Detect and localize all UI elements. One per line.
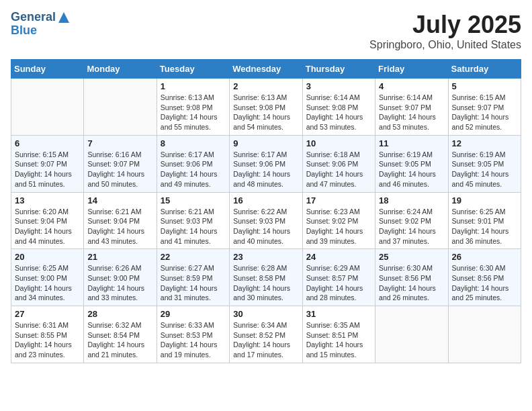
day-number: 7 [87,138,152,148]
calendar-cell: 3Sunrise: 6:14 AMSunset: 9:08 PMDaylight… [302,79,375,136]
day-number: 28 [87,309,152,319]
day-info: Sunrise: 6:25 AMSunset: 9:01 PMDaylight:… [452,207,517,246]
day-info: Sunrise: 6:29 AMSunset: 8:57 PMDaylight:… [306,263,371,303]
day-info: Sunrise: 6:22 AMSunset: 9:03 PMDaylight:… [233,207,298,246]
weekday-header-thursday: Thursday [302,60,375,79]
calendar-cell: 4Sunrise: 6:14 AMSunset: 9:07 PMDaylight… [375,79,448,136]
day-number: 21 [87,252,152,262]
calendar-cell [375,306,448,363]
day-number: 3 [306,81,371,91]
calendar-cell: 22Sunrise: 6:27 AMSunset: 8:59 PMDayligh… [157,249,229,306]
day-info: Sunrise: 6:19 AMSunset: 9:05 PMDaylight:… [452,150,517,189]
day-info: Sunrise: 6:18 AMSunset: 9:06 PMDaylight:… [306,150,371,189]
day-info: Sunrise: 6:30 AMSunset: 8:56 PMDaylight:… [379,263,444,303]
day-info: Sunrise: 6:15 AMSunset: 9:07 PMDaylight:… [452,93,517,132]
day-number: 11 [379,138,444,148]
day-number: 9 [233,138,298,148]
day-number: 18 [379,195,444,205]
calendar-cell: 10Sunrise: 6:18 AMSunset: 9:06 PMDayligh… [302,135,375,192]
day-number: 1 [161,81,226,91]
calendar-cell: 8Sunrise: 6:17 AMSunset: 9:06 PMDaylight… [157,135,229,192]
day-info: Sunrise: 6:15 AMSunset: 9:07 PMDaylight:… [15,150,80,189]
day-info: Sunrise: 6:13 AMSunset: 9:08 PMDaylight:… [233,93,298,132]
day-number: 13 [15,195,80,205]
calendar-cell: 7Sunrise: 6:16 AMSunset: 9:07 PMDaylight… [84,135,157,192]
calendar-cell: 9Sunrise: 6:17 AMSunset: 9:06 PMDaylight… [230,135,302,192]
calendar-cell: 13Sunrise: 6:20 AMSunset: 9:04 PMDayligh… [11,192,84,249]
day-info: Sunrise: 6:14 AMSunset: 9:07 PMDaylight:… [379,93,444,132]
calendar-cell: 20Sunrise: 6:25 AMSunset: 9:00 PMDayligh… [11,249,84,306]
day-info: Sunrise: 6:16 AMSunset: 9:07 PMDaylight:… [87,150,152,189]
day-info: Sunrise: 6:30 AMSunset: 8:56 PMDaylight:… [452,263,517,303]
day-number: 22 [161,252,226,262]
day-number: 25 [379,252,444,262]
calendar-cell [11,79,84,136]
calendar-week-row: 6Sunrise: 6:15 AMSunset: 9:07 PMDaylight… [11,135,521,192]
day-number: 12 [452,138,517,148]
day-number: 29 [161,309,226,319]
weekday-header-wednesday: Wednesday [230,60,302,79]
calendar-week-row: 27Sunrise: 6:31 AMSunset: 8:55 PMDayligh… [11,306,521,363]
calendar-cell: 31Sunrise: 6:35 AMSunset: 8:51 PMDayligh… [302,306,375,363]
day-info: Sunrise: 6:26 AMSunset: 9:00 PMDaylight:… [87,263,152,303]
logo-text-blue: Blue [11,24,37,38]
day-info: Sunrise: 6:35 AMSunset: 8:51 PMDaylight:… [306,320,371,360]
weekday-header-tuesday: Tuesday [157,60,229,79]
calendar-cell: 29Sunrise: 6:33 AMSunset: 8:53 PMDayligh… [157,306,229,363]
calendar-cell [448,306,521,363]
page-header: General Blue July 2025 Springboro, Ohio,… [11,11,521,51]
logo: General Blue [11,11,69,38]
weekday-header-monday: Monday [84,60,157,79]
day-info: Sunrise: 6:31 AMSunset: 8:55 PMDaylight:… [15,320,80,360]
day-number: 5 [452,81,517,91]
calendar-cell: 11Sunrise: 6:19 AMSunset: 9:05 PMDayligh… [375,135,448,192]
day-info: Sunrise: 6:21 AMSunset: 9:03 PMDaylight:… [161,207,226,246]
weekday-header-row: SundayMondayTuesdayWednesdayThursdayFrid… [11,60,521,79]
weekday-header-saturday: Saturday [448,60,521,79]
calendar-cell: 24Sunrise: 6:29 AMSunset: 8:57 PMDayligh… [302,249,375,306]
day-number: 14 [87,195,152,205]
calendar-week-row: 13Sunrise: 6:20 AMSunset: 9:04 PMDayligh… [11,192,521,249]
day-info: Sunrise: 6:33 AMSunset: 8:53 PMDaylight:… [161,320,226,360]
day-number: 15 [161,195,226,205]
day-number: 2 [233,81,298,91]
weekday-header-friday: Friday [375,60,448,79]
day-number: 17 [306,195,371,205]
weekday-header-sunday: Sunday [11,60,84,79]
day-number: 4 [379,81,444,91]
calendar-cell: 19Sunrise: 6:25 AMSunset: 9:01 PMDayligh… [448,192,521,249]
calendar-cell: 5Sunrise: 6:15 AMSunset: 9:07 PMDaylight… [448,79,521,136]
calendar-cell: 25Sunrise: 6:30 AMSunset: 8:56 PMDayligh… [375,249,448,306]
day-number: 6 [15,138,80,148]
day-info: Sunrise: 6:14 AMSunset: 9:08 PMDaylight:… [306,93,371,132]
logo-text-general: General [11,11,56,24]
day-info: Sunrise: 6:28 AMSunset: 8:58 PMDaylight:… [233,263,298,303]
logo-triangle-icon [58,12,69,23]
calendar-cell [84,79,157,136]
calendar-cell: 18Sunrise: 6:24 AMSunset: 9:02 PMDayligh… [375,192,448,249]
day-number: 10 [306,138,371,148]
calendar-body: 1Sunrise: 6:13 AMSunset: 9:08 PMDaylight… [11,79,521,363]
day-info: Sunrise: 6:21 AMSunset: 9:04 PMDaylight:… [87,207,152,246]
calendar-cell: 26Sunrise: 6:30 AMSunset: 8:56 PMDayligh… [448,249,521,306]
day-info: Sunrise: 6:17 AMSunset: 9:06 PMDaylight:… [233,150,298,189]
day-number: 31 [306,309,371,319]
day-number: 27 [15,309,80,319]
day-info: Sunrise: 6:17 AMSunset: 9:06 PMDaylight:… [161,150,226,189]
calendar-cell: 28Sunrise: 6:32 AMSunset: 8:54 PMDayligh… [84,306,157,363]
calendar-cell: 15Sunrise: 6:21 AMSunset: 9:03 PMDayligh… [157,192,229,249]
day-number: 24 [306,252,371,262]
title-block: July 2025 Springboro, Ohio, United State… [369,11,521,51]
day-number: 8 [161,138,226,148]
calendar-cell: 21Sunrise: 6:26 AMSunset: 9:00 PMDayligh… [84,249,157,306]
day-info: Sunrise: 6:32 AMSunset: 8:54 PMDaylight:… [87,320,152,360]
day-info: Sunrise: 6:20 AMSunset: 9:04 PMDaylight:… [15,207,80,246]
calendar-table: SundayMondayTuesdayWednesdayThursdayFrid… [11,59,521,363]
calendar-cell: 6Sunrise: 6:15 AMSunset: 9:07 PMDaylight… [11,135,84,192]
day-info: Sunrise: 6:19 AMSunset: 9:05 PMDaylight:… [379,150,444,189]
calendar-cell: 27Sunrise: 6:31 AMSunset: 8:55 PMDayligh… [11,306,84,363]
day-number: 30 [233,309,298,319]
day-number: 19 [452,195,517,205]
calendar-cell: 17Sunrise: 6:23 AMSunset: 9:02 PMDayligh… [302,192,375,249]
calendar-cell: 12Sunrise: 6:19 AMSunset: 9:05 PMDayligh… [448,135,521,192]
